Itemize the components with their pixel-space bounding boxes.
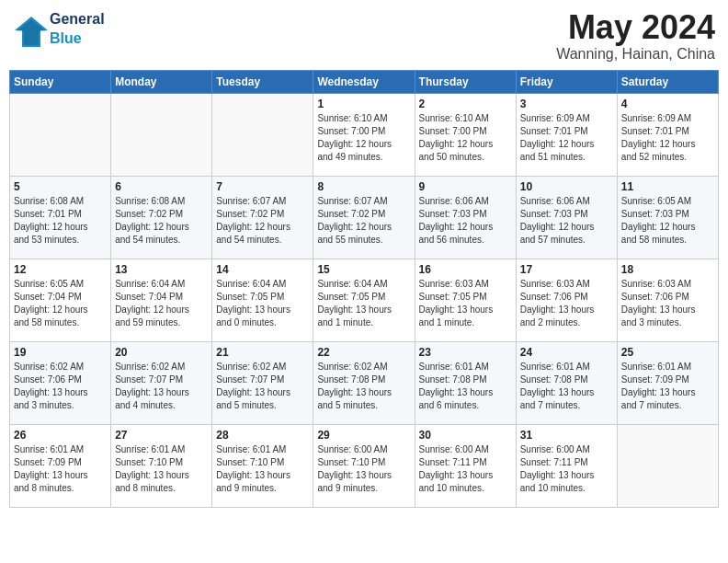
day-info: Sunrise: 6:02 AM Sunset: 7:07 PM Dayligh…	[115, 361, 208, 412]
calendar-cell: 21Sunrise: 6:02 AM Sunset: 7:07 PM Dayli…	[212, 341, 313, 424]
day-info: Sunrise: 6:01 AM Sunset: 7:10 PM Dayligh…	[115, 443, 208, 495]
weekday-header-friday: Friday	[516, 70, 617, 93]
day-number: 16	[419, 263, 512, 276]
day-number: 27	[115, 429, 208, 442]
calendar-cell	[617, 424, 718, 507]
day-number: 4	[621, 98, 714, 110]
calendar-cell: 6Sunrise: 6:08 AM Sunset: 7:02 PM Daylig…	[111, 176, 212, 259]
day-number: 3	[520, 98, 613, 110]
day-info: Sunrise: 6:02 AM Sunset: 7:08 PM Dayligh…	[317, 361, 410, 412]
day-info: Sunrise: 6:02 AM Sunset: 7:06 PM Dayligh…	[14, 361, 107, 412]
calendar-cell: 31Sunrise: 6:00 AM Sunset: 7:11 PM Dayli…	[516, 424, 617, 507]
calendar-cell: 9Sunrise: 6:06 AM Sunset: 7:03 PM Daylig…	[415, 176, 516, 259]
day-info: Sunrise: 6:08 AM Sunset: 7:01 PM Dayligh…	[14, 195, 107, 247]
day-number: 29	[317, 429, 410, 442]
day-info: Sunrise: 6:01 AM Sunset: 7:08 PM Dayligh…	[520, 361, 613, 412]
calendar-cell	[10, 93, 111, 176]
weekday-header-row: SundayMondayTuesdayWednesdayThursdayFrid…	[10, 70, 719, 93]
day-info: Sunrise: 6:07 AM Sunset: 7:02 PM Dayligh…	[317, 195, 410, 247]
day-info: Sunrise: 6:01 AM Sunset: 7:10 PM Dayligh…	[216, 443, 309, 495]
calendar-cell: 18Sunrise: 6:03 AM Sunset: 7:06 PM Dayli…	[617, 259, 718, 341]
logo-text-general: General	[50, 11, 105, 27]
calendar-cell: 5Sunrise: 6:08 AM Sunset: 7:01 PM Daylig…	[10, 176, 111, 259]
week-row-4: 19Sunrise: 6:02 AM Sunset: 7:06 PM Dayli…	[10, 341, 719, 424]
day-number: 8	[317, 180, 410, 193]
day-number: 24	[520, 346, 613, 359]
logo-icon	[13, 12, 46, 45]
day-number: 17	[520, 263, 613, 276]
calendar-cell: 17Sunrise: 6:03 AM Sunset: 7:06 PM Dayli…	[516, 259, 617, 341]
weekday-header-wednesday: Wednesday	[313, 70, 415, 93]
calendar-cell: 20Sunrise: 6:02 AM Sunset: 7:07 PM Dayli…	[111, 341, 212, 424]
calendar-cell: 2Sunrise: 6:10 AM Sunset: 7:00 PM Daylig…	[415, 93, 516, 176]
page-header: General Blue May 2024 Wanning, Hainan, C…	[9, 9, 719, 63]
day-info: Sunrise: 6:01 AM Sunset: 7:09 PM Dayligh…	[14, 443, 107, 495]
weekday-header-monday: Monday	[111, 70, 212, 93]
calendar-cell: 19Sunrise: 6:02 AM Sunset: 7:06 PM Dayli…	[10, 341, 111, 424]
day-info: Sunrise: 6:03 AM Sunset: 7:06 PM Dayligh…	[621, 278, 714, 329]
week-row-3: 12Sunrise: 6:05 AM Sunset: 7:04 PM Dayli…	[10, 259, 719, 341]
day-number: 7	[216, 180, 309, 193]
day-info: Sunrise: 6:08 AM Sunset: 7:02 PM Dayligh…	[115, 195, 208, 247]
day-info: Sunrise: 6:05 AM Sunset: 7:04 PM Dayligh…	[14, 278, 107, 329]
calendar-cell: 26Sunrise: 6:01 AM Sunset: 7:09 PM Dayli…	[10, 424, 111, 507]
day-info: Sunrise: 6:00 AM Sunset: 7:11 PM Dayligh…	[419, 443, 512, 495]
day-info: Sunrise: 6:01 AM Sunset: 7:08 PM Dayligh…	[419, 361, 512, 412]
day-number: 28	[216, 429, 309, 442]
location: Wanning, Hainan, China	[556, 46, 715, 63]
calendar-cell: 14Sunrise: 6:04 AM Sunset: 7:05 PM Dayli…	[212, 259, 313, 341]
day-number: 20	[115, 346, 208, 359]
weekday-header-tuesday: Tuesday	[212, 70, 313, 93]
calendar-cell: 28Sunrise: 6:01 AM Sunset: 7:10 PM Dayli…	[212, 424, 313, 507]
day-info: Sunrise: 6:10 AM Sunset: 7:00 PM Dayligh…	[419, 112, 512, 164]
calendar-cell: 11Sunrise: 6:05 AM Sunset: 7:03 PM Dayli…	[617, 176, 718, 259]
weekday-header-sunday: Sunday	[10, 70, 111, 93]
day-number: 19	[14, 346, 107, 359]
calendar-cell: 29Sunrise: 6:00 AM Sunset: 7:10 PM Dayli…	[313, 424, 415, 507]
day-info: Sunrise: 6:09 AM Sunset: 7:01 PM Dayligh…	[520, 112, 613, 164]
week-row-1: 1Sunrise: 6:10 AM Sunset: 7:00 PM Daylig…	[10, 93, 719, 176]
day-info: Sunrise: 6:09 AM Sunset: 7:01 PM Dayligh…	[621, 112, 714, 164]
day-number: 25	[621, 346, 714, 359]
day-number: 14	[216, 263, 309, 276]
day-info: Sunrise: 6:06 AM Sunset: 7:03 PM Dayligh…	[419, 195, 512, 247]
calendar-cell: 3Sunrise: 6:09 AM Sunset: 7:01 PM Daylig…	[516, 93, 617, 176]
month-year: May 2024	[556, 9, 715, 46]
calendar-cell: 23Sunrise: 6:01 AM Sunset: 7:08 PM Dayli…	[415, 341, 516, 424]
calendar-cell: 22Sunrise: 6:02 AM Sunset: 7:08 PM Dayli…	[313, 341, 415, 424]
day-number: 12	[14, 263, 107, 276]
day-number: 26	[14, 429, 107, 442]
calendar-cell: 27Sunrise: 6:01 AM Sunset: 7:10 PM Dayli…	[111, 424, 212, 507]
calendar-cell: 25Sunrise: 6:01 AM Sunset: 7:09 PM Dayli…	[617, 341, 718, 424]
calendar-cell: 12Sunrise: 6:05 AM Sunset: 7:04 PM Dayli…	[10, 259, 111, 341]
calendar-cell	[212, 93, 313, 176]
day-info: Sunrise: 6:00 AM Sunset: 7:11 PM Dayligh…	[520, 443, 613, 495]
week-row-5: 26Sunrise: 6:01 AM Sunset: 7:09 PM Dayli…	[10, 424, 719, 507]
day-info: Sunrise: 6:02 AM Sunset: 7:07 PM Dayligh…	[216, 361, 309, 412]
day-info: Sunrise: 6:05 AM Sunset: 7:03 PM Dayligh…	[621, 195, 714, 247]
day-number: 13	[115, 263, 208, 276]
day-number: 9	[419, 180, 512, 193]
title-block: May 2024 Wanning, Hainan, China	[556, 9, 715, 63]
day-number: 6	[115, 180, 208, 193]
day-info: Sunrise: 6:03 AM Sunset: 7:06 PM Dayligh…	[520, 278, 613, 329]
day-number: 22	[317, 346, 410, 359]
day-info: Sunrise: 6:00 AM Sunset: 7:10 PM Dayligh…	[317, 443, 410, 495]
calendar-cell: 24Sunrise: 6:01 AM Sunset: 7:08 PM Dayli…	[516, 341, 617, 424]
day-info: Sunrise: 6:07 AM Sunset: 7:02 PM Dayligh…	[216, 195, 309, 247]
calendar-cell: 15Sunrise: 6:04 AM Sunset: 7:05 PM Dayli…	[313, 259, 415, 341]
calendar-cell: 1Sunrise: 6:10 AM Sunset: 7:00 PM Daylig…	[313, 93, 415, 176]
day-info: Sunrise: 6:10 AM Sunset: 7:00 PM Dayligh…	[317, 112, 410, 164]
logo: General Blue	[13, 9, 105, 48]
day-number: 30	[419, 429, 512, 442]
day-info: Sunrise: 6:03 AM Sunset: 7:05 PM Dayligh…	[419, 278, 512, 329]
day-number: 31	[520, 429, 613, 442]
day-info: Sunrise: 6:04 AM Sunset: 7:05 PM Dayligh…	[317, 278, 410, 329]
weekday-header-thursday: Thursday	[415, 70, 516, 93]
calendar-cell: 8Sunrise: 6:07 AM Sunset: 7:02 PM Daylig…	[313, 176, 415, 259]
calendar-cell: 13Sunrise: 6:04 AM Sunset: 7:04 PM Dayli…	[111, 259, 212, 341]
calendar-cell: 16Sunrise: 6:03 AM Sunset: 7:05 PM Dayli…	[415, 259, 516, 341]
logo-text-blue: Blue	[50, 30, 82, 46]
day-number: 11	[621, 180, 714, 193]
calendar-cell	[111, 93, 212, 176]
